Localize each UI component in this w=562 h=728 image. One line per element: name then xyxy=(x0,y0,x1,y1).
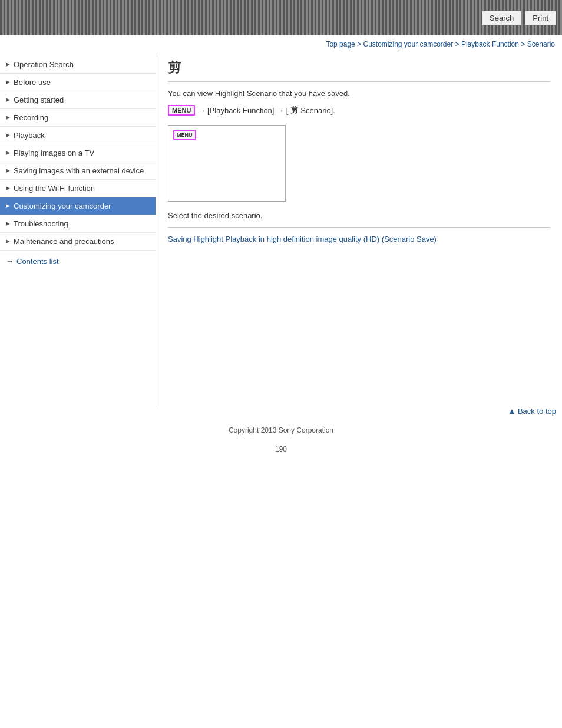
sidebar-item-label: Playback xyxy=(14,131,150,140)
menu-instruction: MENU → [Playback Function] → [剪Scenario]… xyxy=(168,105,550,116)
menu-box: MENU xyxy=(168,105,195,116)
arrow-icon: ▶ xyxy=(6,203,10,209)
sidebar-item-label: Before use xyxy=(14,78,150,87)
arrow-icon: ▶ xyxy=(6,185,10,191)
sidebar-item-before-use[interactable]: ▶ Before use xyxy=(0,74,156,91)
breadcrumb-top[interactable]: Top page xyxy=(326,40,355,48)
sidebar-item-label: Operation Search xyxy=(14,60,150,69)
scenario-icon-inline: 剪 xyxy=(290,105,298,116)
instruction-scenario: Scenario]. xyxy=(300,106,335,115)
sidebar: ▶ Operation Search ▶ Before use ▶ Gettin… xyxy=(0,53,156,407)
breadcrumb: Top page > Customizing your camcorder > … xyxy=(0,35,562,53)
arrow-icon: ▶ xyxy=(6,150,10,156)
sidebar-item-label: Maintenance and precautions xyxy=(14,237,150,246)
print-button[interactable]: Print xyxy=(525,11,556,25)
contents-list-link[interactable]: → Contents list xyxy=(0,251,156,272)
arrow-icon: ▶ xyxy=(6,97,10,103)
sidebar-item-label: Customizing your camcorder xyxy=(14,202,150,210)
arrow-icon: ▶ xyxy=(6,61,10,67)
scenario-save-link[interactable]: Saving Highlight Playback in high defini… xyxy=(168,235,550,243)
page-icon-row: 剪 xyxy=(168,59,550,82)
menu-button-preview: MENU xyxy=(173,130,196,140)
arrow-icon: ▶ xyxy=(6,79,10,85)
sidebar-item-label: Troubleshooting xyxy=(14,219,150,228)
back-to-top-anchor[interactable]: ▲ Back to top xyxy=(508,407,556,416)
sidebar-item-label: Using the Wi-Fi function xyxy=(14,184,150,193)
arrow-icon: ▶ xyxy=(6,220,10,226)
sidebar-item-label: Saving images with an external device xyxy=(14,166,150,175)
sidebar-item-playing-images[interactable]: ▶ Playing images on a TV xyxy=(0,144,156,162)
sidebar-item-playback[interactable]: ▶ Playback xyxy=(0,127,156,144)
search-button[interactable]: Search xyxy=(482,11,521,25)
sidebar-item-recording[interactable]: ▶ Recording xyxy=(0,109,156,127)
page-number: 190 xyxy=(0,440,562,458)
arrow-icon: ▶ xyxy=(6,167,10,173)
sidebar-item-operation-search[interactable]: ▶ Operation Search xyxy=(0,56,156,74)
page-header: Search Print xyxy=(0,0,562,35)
arrow-icon: ▶ xyxy=(6,132,10,138)
sidebar-item-troubleshooting[interactable]: ▶ Troubleshooting xyxy=(0,215,156,233)
sidebar-item-label: Getting started xyxy=(14,95,150,104)
page-icon: 剪 xyxy=(168,59,181,77)
arrow-icon: ▶ xyxy=(6,114,10,120)
back-to-top-link[interactable]: ▲ Back to top xyxy=(0,407,562,416)
breadcrumb-playback-function[interactable]: Playback Function xyxy=(461,40,519,48)
arrow-right-icon: → xyxy=(6,256,14,266)
sidebar-item-saving-images[interactable]: ▶ Saving images with an external device xyxy=(0,162,156,180)
sidebar-item-label: Recording xyxy=(14,113,150,122)
page-number-value: 190 xyxy=(275,445,287,453)
sidebar-item-customizing[interactable]: ▶ Customizing your camcorder xyxy=(0,197,156,215)
sidebar-item-label: Playing images on a TV xyxy=(14,149,150,157)
screenshot-preview: MENU xyxy=(168,125,286,202)
copyright-text: Copyright 2013 Sony Corporation xyxy=(229,426,333,434)
breadcrumb-customizing[interactable]: Customizing your camcorder xyxy=(363,40,453,48)
sidebar-item-getting-started[interactable]: ▶ Getting started xyxy=(0,91,156,109)
sidebar-item-wifi[interactable]: ▶ Using the Wi-Fi function xyxy=(0,180,156,197)
footer: Copyright 2013 Sony Corporation xyxy=(0,420,562,440)
select-text: Select the desired scenario. xyxy=(168,211,550,228)
breadcrumb-scenario[interactable]: Scenario xyxy=(527,40,555,48)
instruction-arrow: → [Playback Function] → [ xyxy=(197,106,288,115)
main-layout: ▶ Operation Search ▶ Before use ▶ Gettin… xyxy=(0,53,562,407)
description-text: You can view Highlight Scenario that you… xyxy=(168,89,550,98)
contents-list-label: Contents list xyxy=(16,257,59,266)
arrow-icon: ▶ xyxy=(6,238,10,244)
main-content-area: 剪 You can view Highlight Scenario that y… xyxy=(156,53,562,407)
sidebar-item-maintenance[interactable]: ▶ Maintenance and precautions xyxy=(0,233,156,251)
